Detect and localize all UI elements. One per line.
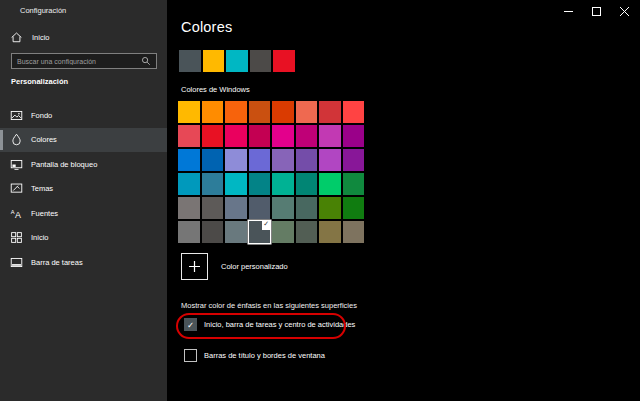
color-swatch[interactable]	[272, 101, 294, 123]
sidebar-item-fuentes[interactable]: AAFuentes	[0, 201, 167, 226]
lock-screen-icon	[10, 158, 23, 171]
taskbar-icon	[10, 256, 23, 269]
maximize-icon	[592, 7, 601, 16]
color-swatch[interactable]	[178, 221, 200, 243]
fonts-icon: AA	[10, 207, 23, 220]
color-swatch[interactable]	[202, 173, 224, 195]
color-swatch[interactable]	[319, 173, 341, 195]
color-swatch[interactable]	[202, 101, 224, 123]
start-icon	[10, 231, 23, 244]
color-swatch[interactable]	[249, 173, 271, 195]
color-swatch[interactable]	[225, 101, 247, 123]
sidebar-item-inicio[interactable]: Inicio	[0, 226, 167, 251]
recent-color-swatch[interactable]	[250, 50, 272, 72]
sidebar-home-label: Inicio	[32, 33, 50, 42]
selected-check-icon: ✓	[262, 220, 272, 230]
sidebar-home[interactable]: Inicio	[10, 31, 50, 44]
color-swatch[interactable]	[343, 125, 365, 147]
color-swatch[interactable]	[178, 197, 200, 219]
sidebar-item-label: Fuentes	[31, 209, 58, 218]
recent-color-swatch[interactable]	[226, 50, 248, 72]
sidebar-item-label: Barra de tareas	[31, 258, 83, 267]
recent-colors-row	[179, 50, 295, 72]
color-swatch[interactable]	[343, 149, 365, 171]
sidebar-item-temas[interactable]: Temas	[0, 177, 167, 202]
picture-icon	[10, 109, 23, 122]
color-swatch[interactable]	[343, 197, 365, 219]
color-swatch[interactable]	[225, 149, 247, 171]
color-swatch[interactable]	[249, 149, 271, 171]
color-swatch[interactable]	[319, 125, 341, 147]
color-swatch[interactable]	[296, 173, 318, 195]
sidebar-item-label: Colores	[31, 135, 57, 144]
color-swatch[interactable]	[202, 221, 224, 243]
color-swatch[interactable]	[272, 149, 294, 171]
recent-color-swatch[interactable]	[203, 50, 225, 72]
checkbox-title-bars-window-borders[interactable]: Barras de título y bordes de ventana	[184, 349, 325, 362]
sidebar-item-colores[interactable]: Colores	[0, 128, 167, 153]
color-swatch[interactable]	[249, 197, 271, 219]
color-swatch[interactable]	[225, 125, 247, 147]
color-swatch[interactable]	[319, 221, 341, 243]
sidebar-item-pantalla-de-bloqueo[interactable]: Pantalla de bloqueo	[0, 152, 167, 177]
color-swatch-selected[interactable]: ✓	[249, 221, 271, 243]
color-swatch[interactable]	[202, 149, 224, 171]
color-swatch[interactable]	[272, 173, 294, 195]
color-swatch[interactable]	[296, 125, 318, 147]
checkbox-start-taskbar-action-center[interactable]: ✓ Inicio, barra de tareas y centro de ac…	[184, 318, 355, 331]
color-swatch[interactable]	[225, 197, 247, 219]
window-title: Configuración	[20, 6, 66, 15]
recent-color-swatch[interactable]	[273, 50, 295, 72]
color-swatch[interactable]	[319, 197, 341, 219]
checkbox-label: Inicio, barra de tareas y centro de acti…	[204, 320, 355, 329]
sidebar-item-label: Temas	[31, 184, 53, 193]
color-swatch[interactable]	[249, 101, 271, 123]
sidebar-item-label: Fondo	[31, 111, 52, 120]
color-swatch[interactable]	[178, 149, 200, 171]
color-swatch[interactable]	[249, 125, 271, 147]
search-icon	[141, 56, 151, 66]
custom-color-label: Color personalizado	[221, 262, 288, 271]
color-swatch[interactable]	[296, 197, 318, 219]
minimize-button[interactable]	[554, 0, 582, 22]
svg-text:A: A	[15, 209, 21, 219]
minimize-icon	[564, 7, 573, 16]
search-placeholder: Buscar una configuración	[17, 58, 141, 65]
color-swatch[interactable]	[178, 173, 200, 195]
search-input[interactable]: Buscar una configuración	[11, 53, 157, 69]
window-controls	[554, 0, 638, 22]
color-swatch[interactable]	[202, 125, 224, 147]
color-swatch[interactable]	[225, 221, 247, 243]
plus-icon	[188, 260, 201, 273]
page-title: Colores	[181, 19, 232, 35]
sidebar-section-label: Personalización	[11, 77, 68, 86]
color-swatch[interactable]	[272, 197, 294, 219]
color-swatch[interactable]	[202, 197, 224, 219]
sidebar-item-fondo[interactable]: Fondo	[0, 103, 167, 128]
color-drop-icon	[10, 133, 23, 146]
maximize-button[interactable]	[582, 0, 610, 22]
windows-colors-label: Colores de Windows	[181, 85, 250, 94]
home-icon	[10, 31, 23, 44]
checkbox-unchecked-icon[interactable]	[184, 349, 197, 362]
color-swatch[interactable]	[178, 101, 200, 123]
accent-surfaces-label: Mostrar color de énfasis en las siguient…	[181, 301, 357, 310]
custom-color-button[interactable]	[181, 253, 208, 280]
color-swatch[interactable]	[178, 125, 200, 147]
color-swatch[interactable]	[343, 173, 365, 195]
sidebar-nav: FondoColoresPantalla de bloqueoTemasAAFu…	[0, 103, 167, 275]
color-swatch[interactable]	[272, 221, 294, 243]
color-swatch[interactable]	[343, 101, 365, 123]
checkbox-checked-icon[interactable]: ✓	[184, 318, 197, 331]
color-swatch[interactable]	[319, 149, 341, 171]
color-swatch[interactable]	[296, 101, 318, 123]
recent-color-swatch[interactable]	[179, 50, 201, 72]
color-swatch[interactable]	[319, 101, 341, 123]
sidebar-item-barra-de-tareas[interactable]: Barra de tareas	[0, 250, 167, 275]
close-button[interactable]	[610, 0, 638, 22]
color-swatch[interactable]	[272, 125, 294, 147]
color-swatch[interactable]	[343, 221, 365, 243]
color-swatch[interactable]	[296, 221, 318, 243]
color-swatch[interactable]	[225, 173, 247, 195]
color-swatch[interactable]	[296, 149, 318, 171]
